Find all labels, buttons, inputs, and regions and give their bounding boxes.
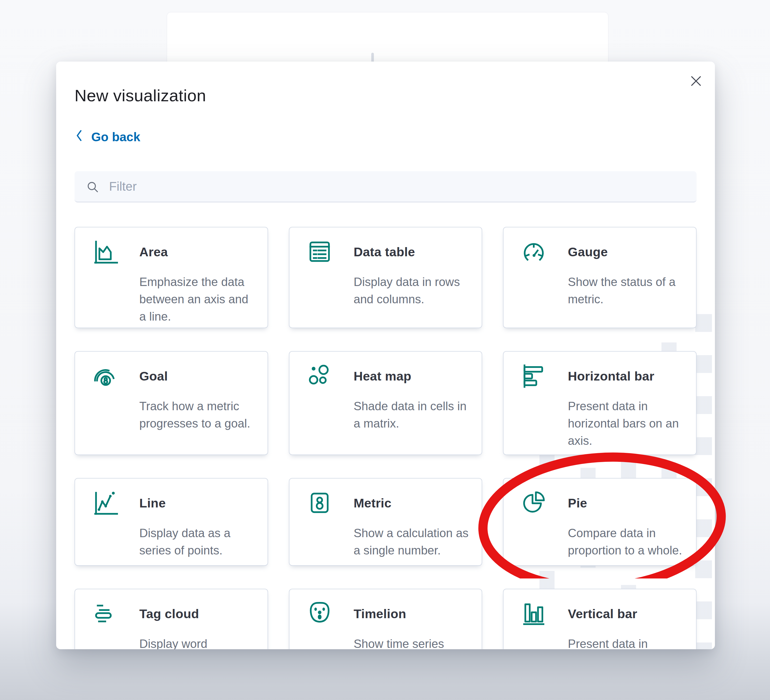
card-title: Metric [354,496,391,510]
card-description: Shade data in cells in a matrix. [354,397,470,432]
modal-title: New visualization [74,85,697,106]
card-title: Data table [354,245,415,259]
heatmap-icon [306,363,333,389]
card-metric[interactable]: MetricShow a calculation as a single num… [289,478,482,566]
card-header: Vertical bar [520,600,689,627]
card-title: Vertical bar [568,606,637,621]
card-description: Show a calculation as a single number. [354,525,470,559]
card-title: Line [139,496,166,510]
card-header: Pie [520,489,689,516]
line-chart-icon [92,489,119,516]
card-title: Tag cloud [139,606,199,621]
card-gauge[interactable]: GaugeShow the status of a metric. [503,227,697,328]
visualization-grid: AreaEmphasize the data between an axis a… [74,227,697,649]
card-heat-map[interactable]: Heat mapShade data in cells in a matrix. [289,351,482,455]
filter-input[interactable] [74,171,697,203]
horizontal-bar-icon [520,363,547,389]
card-vertical-bar[interactable]: Vertical barPresent data in vertical bar… [503,589,697,649]
card-title: Timelion [354,606,406,621]
card-horizontal-bar[interactable]: Horizontal barPresent data in horizontal… [503,351,697,455]
card-description: Present data in vertical bars on an axis… [568,635,684,649]
card-timelion[interactable]: TimelionShow time series data on a graph… [289,589,482,649]
card-header: Timelion [306,600,476,627]
card-title: Goal [139,369,168,384]
area-chart-icon [92,238,119,265]
card-description: Emphasize the data between an axis and a… [139,273,256,325]
goal-icon [92,363,119,389]
card-description: Display word frequency with font size. [139,635,256,649]
card-title: Heat map [354,369,411,384]
card-header: Data table [306,238,476,265]
card-description: Track how a metric progresses to a goal. [139,397,256,432]
card-description: Show the status of a metric. [568,273,684,308]
vertical-bar-icon [520,600,547,627]
card-data-table[interactable]: Data tableDisplay data in rows and colum… [289,227,482,328]
data-table-icon [306,238,333,265]
pie-icon [520,489,547,516]
card-pie[interactable]: PieCompare data in proportion to a whole… [503,478,697,566]
card-description: Compare data in proportion to a whole. [568,525,684,559]
tag-cloud-icon [92,600,119,627]
card-header: Tag cloud [92,600,261,627]
card-header: Horizontal bar [520,363,689,389]
card-title: Gauge [568,245,608,259]
card-description: Show time series data on a graph. [354,635,470,649]
card-description: Display data in rows and columns. [354,273,470,308]
close-icon[interactable] [688,73,704,89]
card-header: Metric [306,489,476,516]
card-title: Pie [568,496,587,510]
card-header: Gauge [520,238,689,265]
card-goal[interactable]: GoalTrack how a metric progresses to a g… [74,351,268,455]
card-title: Horizontal bar [568,369,654,384]
timelion-icon [306,600,333,627]
metric-icon [306,489,333,516]
go-back-link[interactable]: Go back [74,128,141,145]
chevron-left-icon [74,128,84,145]
card-header: Area [92,238,261,265]
go-back-label: Go back [91,130,141,144]
gauge-icon [520,238,547,265]
card-description: Display data as a series of points. [139,525,256,559]
card-title: Area [139,245,168,259]
card-description: Present data in horizontal bars on an ax… [568,397,684,449]
card-header: Line [92,489,261,516]
card-header: Heat map [306,363,476,389]
card-line[interactable]: LineDisplay data as a series of points. [74,478,268,566]
card-area[interactable]: AreaEmphasize the data between an axis a… [74,227,268,328]
new-visualization-modal: New visualization Go back AreaEmphasize … [56,62,715,649]
card-tag-cloud[interactable]: Tag cloudDisplay word frequency with fon… [74,589,268,649]
card-header: Goal [92,363,261,389]
